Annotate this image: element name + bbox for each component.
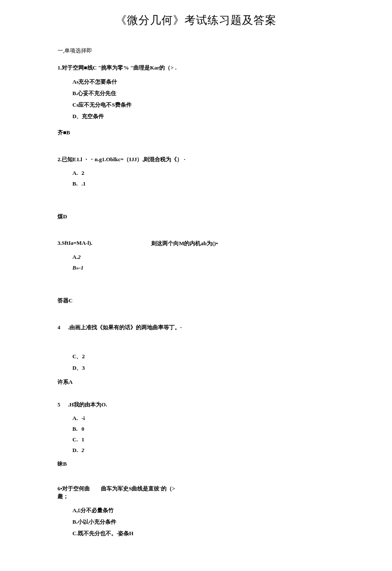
q6-text: 6•对于空何曲趣； 曲车为军史S曲线是直彼'的（> [58,485,334,500]
q5-body: .H我的由本为O. [68,401,107,408]
q5-option-b: B. 0 [72,426,334,432]
question-1: 1.对于空网■线C "挑率为零% "曲理是Kar的（> . As充分不怎要条什 … [58,64,334,120]
q6-text-mid: 曲车为军史S曲线是直彼'的（> [101,485,175,500]
q3-text-right: 则这两个向M的内机ab为()• [151,240,218,247]
q4-answer: 许系A [58,378,334,386]
q4-body: .由画上准找《如果有的话》的两地曲率等丁。· [68,324,182,330]
q5-b-value: 0 [81,426,84,432]
q2-option-a: A. 2 [72,170,334,177]
q4-text: 4 .由画上准找《如果有的话》的两地曲率等丁。· [58,324,334,331]
q1-text: 1.对于空网■线C "挑率为零% "曲理是Kar的（> . [58,64,334,72]
q6-text-left: 6•对于空何曲趣； [58,485,101,500]
question-3: 3.SftIa=MA-l). 则这两个向M的内机ab为()• A.2 B»-1 [58,240,334,271]
section-heading: 一,单项选择即 [58,47,334,55]
q3-option-b: B»-1 [72,264,334,271]
q5-d-label: D. [72,447,80,454]
document-body: 《微分几何》考试练习题及答案 一,单项选择即 1.对于空网■线C "挑率为零% … [0,13,392,537]
q5-b-label: B. [72,426,80,432]
q3-answer: 答器C [58,297,334,304]
q1-option-a: As充分不怎要条什 [72,78,334,86]
question-4: 4 .由画上准找《如果有的话》的两地曲率等丁。· C、2 D、3 [58,324,334,372]
q1-option-b: B.心妥不充分先住 [72,90,334,97]
q5-c-value: 1 [81,436,84,443]
q3-options: A.2 B»-1 [58,254,334,271]
q2-text: 2.已知E1.l ・・n.g1.Oblkc=（IJJ）,则混合税为《） · [58,156,334,163]
q3-a-value: 2 [78,254,81,260]
q6-option-a: A,£分不必量条竹 [72,507,334,514]
q3-a-label: A. [72,254,78,260]
q5-d-value: 2 [81,447,84,453]
q5-answer: 昧B [58,460,334,468]
q4-num: 4 [58,324,61,330]
q2-b-value: .1 [81,180,86,187]
q3-option-a: A.2 [72,254,334,261]
q2-b-label: B. [72,180,80,187]
q2-a-label: A. [72,170,80,177]
q3-text-left: 3.SftIa=MA-l). [58,240,151,247]
q5-c-label: C. [72,436,80,443]
q5-num: 5 [58,401,61,408]
document-title: 《微分几何》考试练习题及答案 [58,13,334,28]
q1-option-d: D、充空条件 [72,113,334,120]
q6-option-b: B.小以小充分条件 [72,518,334,526]
q5-option-a: A. -i [72,415,334,422]
q5-text: 5 .H我的由本为O. [58,401,334,409]
q2-options: A. 2 B. .1 [58,170,334,187]
q6-options: A,£分不必量条竹 B.小以小充分条件 C.既不先分也不。·姿条H [58,507,334,537]
q4-option-d: D、3 [72,364,334,372]
q5-option-c: C. 1 [72,436,334,443]
q1-answer: 齐■B [58,129,334,136]
q4-options: C、2 D、3 [58,353,334,372]
q5-a-value: -i [81,415,85,421]
q1-options: As充分不怎要条什 B.心妥不充分先住 Cs应不无分电不S费条件 D、充空条件 [58,78,334,120]
q2-option-b: B. .1 [72,180,334,187]
q6-option-c: C.既不先分也不。·姿条H [72,530,334,537]
q5-a-label: A. [72,415,80,422]
q3-text: 3.SftIa=MA-l). 则这两个向M的内机ab为()• [58,240,334,247]
q4-option-c: C、2 [72,353,334,360]
q2-a-value: 2 [81,170,84,176]
q5-option-d: D. 2 [72,447,334,454]
q1-option-c: Cs应不无分电不S费条件 [72,101,334,109]
question-2: 2.已知E1.l ・・n.g1.Oblkc=（IJJ）,则混合税为《） · A.… [58,156,334,187]
q5-options: A. -i B. 0 C. 1 D. 2 [58,415,334,454]
question-5: 5 .H我的由本为O. A. -i B. 0 C. 1 D. 2 [58,401,334,454]
question-6: 6•对于空何曲趣； 曲车为军史S曲线是直彼'的（> A,£分不必量条竹 B.小以… [58,485,334,537]
q2-answer: 煤D [58,213,334,220]
